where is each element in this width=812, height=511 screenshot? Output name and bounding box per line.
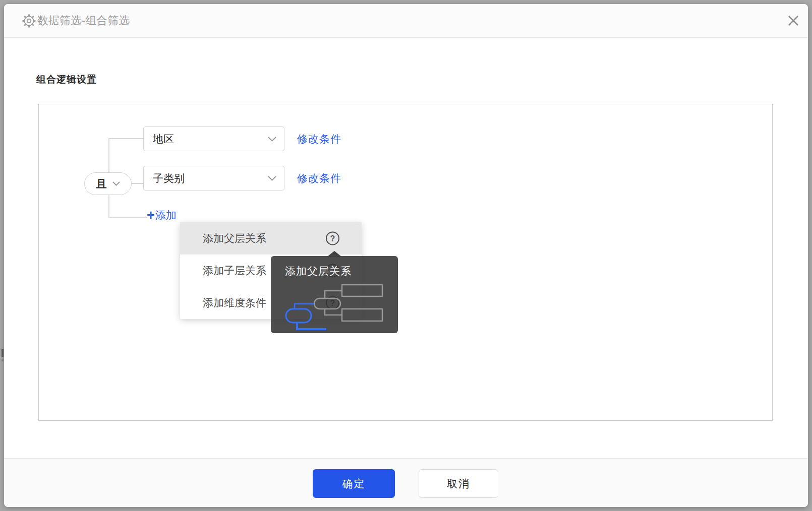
tree-connector [131,183,144,184]
menu-item-label: 添加维度条件 [203,296,266,310]
tooltip-title: 添加父层关系 [285,264,352,278]
section-heading: 组合逻辑设置 [36,73,97,86]
logic-operator-value: 且 [96,177,107,191]
chevron-down-icon [268,137,276,142]
dialog-header: 数据筛选-组合筛选 [4,4,808,38]
chevron-down-icon [268,176,276,181]
plus-icon: + [147,209,155,222]
dialog-title-wrap: 数据筛选-组合筛选 [22,4,130,37]
background-page-fragment [2,359,4,361]
field-select-value: 地区 [153,132,174,146]
help-icon[interactable]: ? [326,232,339,245]
cancel-button[interactable]: 取消 [419,469,498,498]
data-filter-dialog: 数据筛选-组合筛选 组合逻辑设置 且 地区 修改条件 子 [4,4,808,507]
field-select-region[interactable]: 地区 [143,126,284,151]
close-icon[interactable] [785,12,802,29]
modify-condition-link[interactable]: 修改条件 [297,126,341,151]
menu-item-add-parent-relation[interactable]: 添加父层关系 ? [180,222,362,254]
field-select-value: 子类别 [153,171,185,185]
tree-connector [108,139,109,173]
tree-connector [108,195,109,218]
tree-connector [108,217,147,218]
add-condition-link[interactable]: + 添加 [147,208,177,222]
add-link-label: 添加 [155,208,177,222]
modify-condition-link[interactable]: 修改条件 [297,166,341,190]
tree-connector [108,138,144,139]
dialog-title: 数据筛选-组合筛选 [37,13,130,28]
menu-item-label: 添加子层关系 [203,264,266,278]
logic-operator-select[interactable]: 且 [84,172,132,195]
gear-icon [22,14,36,28]
field-select-subcategory[interactable]: 子类别 [143,166,284,190]
chevron-down-icon [112,181,120,186]
help-tooltip: 添加父层关系 [271,256,398,333]
parent-relation-diagram [271,281,398,335]
dialog-footer: 确定 取消 [4,458,808,507]
menu-item-label: 添加父层关系 [203,231,266,245]
tooltip-arrow [327,251,341,257]
background-page-fragment [2,349,4,357]
combination-logic-panel: 且 地区 修改条件 子类别 修改条件 + 添加 [38,104,773,421]
confirm-button[interactable]: 确定 [313,469,395,498]
